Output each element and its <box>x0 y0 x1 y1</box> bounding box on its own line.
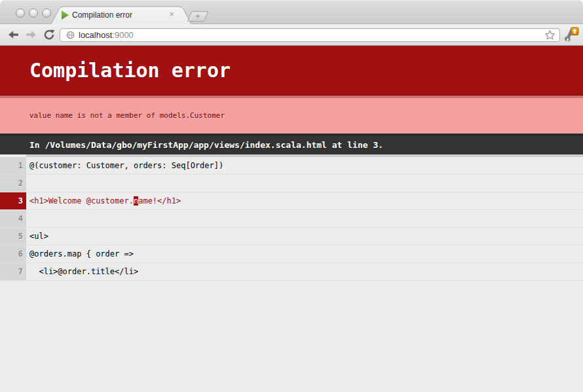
source-line-3-error: 3<h1>Welcome @customer.name!</h1> <box>0 192 583 210</box>
tab-compilation-error[interactable]: Compilation error × <box>50 6 192 24</box>
line-code <box>26 175 583 181</box>
line-code: <h1>Welcome @customer.name!</h1> <box>26 192 583 209</box>
error-location: In /Volumes/Data/gbo/myFirstApp/app/view… <box>0 134 583 154</box>
source-line-6: 6@orders.map { order => <box>0 245 583 263</box>
forward-button[interactable] <box>26 29 37 41</box>
line-number: 2 <box>0 175 26 192</box>
page-title: Compilation error <box>0 46 583 96</box>
url-host: localhost <box>79 30 112 40</box>
tab-close-icon[interactable]: × <box>167 10 176 19</box>
error-detail: value name is not a member of models.Cus… <box>0 96 583 134</box>
source-line-7: 7 <li>@order.title</li> <box>0 263 583 281</box>
line-code <box>26 210 583 217</box>
back-arrow-icon <box>7 29 19 41</box>
wrench-icon <box>562 27 579 43</box>
source-line-2: 2 <box>0 175 583 192</box>
tab-title: Compilation error <box>72 10 132 20</box>
source-line-1: 1@(customer: Customer, orders: Seq[Order… <box>0 154 583 175</box>
back-button[interactable] <box>7 29 19 41</box>
bookmark-button[interactable] <box>544 29 555 43</box>
line-code: @(customer: Customer, orders: Seq[Order]… <box>26 154 583 174</box>
forward-arrow-icon <box>26 29 37 41</box>
update-arrow-badge <box>571 27 579 35</box>
window-minimize-button[interactable] <box>29 9 38 18</box>
star-icon <box>544 29 555 41</box>
window-zoom-button[interactable] <box>42 9 51 18</box>
reload-button[interactable] <box>43 29 55 41</box>
new-tab-button[interactable]: + <box>187 11 208 22</box>
url-port: :9000 <box>112 30 134 40</box>
source-code: 1@(customer: Customer, orders: Seq[Order… <box>0 154 583 281</box>
line-number: 5 <box>0 228 26 245</box>
globe-icon <box>66 30 75 40</box>
address-bar[interactable]: localhost:9000 <box>60 28 560 42</box>
source-line-5: 5<ul> <box>0 228 583 245</box>
code-before-marker: <h1>Welcome @customer. <box>29 196 134 205</box>
line-code: <li>@order.title</li> <box>26 263 583 280</box>
code-after-marker: ame!</h1> <box>138 196 181 205</box>
browser-window: Compilation error × + <box>0 0 583 392</box>
plus-icon: + <box>190 12 206 21</box>
line-code: @orders.map { order => <box>26 245 583 262</box>
toolbar: localhost:9000 <box>0 24 583 46</box>
line-number: 3 <box>0 192 26 209</box>
play-icon <box>61 10 69 20</box>
line-number: 6 <box>0 245 26 262</box>
line-code: <ul> <box>26 228 583 245</box>
reload-icon <box>43 29 55 41</box>
window-close-button[interactable] <box>16 9 25 18</box>
error-page: Compilation error value name is not a me… <box>0 46 583 392</box>
line-number: 4 <box>0 210 26 227</box>
tab-strip: Compilation error × + <box>0 0 583 24</box>
source-line-4: 4 <box>0 210 583 228</box>
url-text: localhost:9000 <box>79 30 134 40</box>
line-number: 1 <box>0 157 26 174</box>
menu-button[interactable] <box>562 27 579 43</box>
line-number: 7 <box>0 263 26 280</box>
